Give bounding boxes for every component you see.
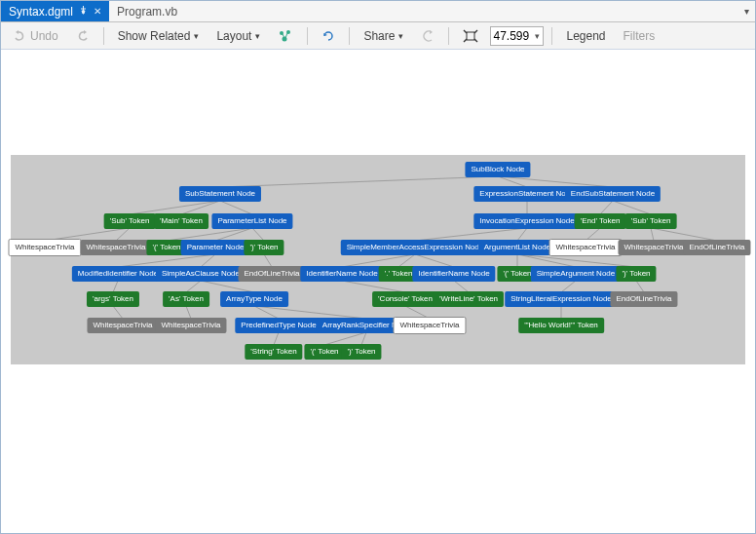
graph-node[interactable]: SimpleMemberAccessExpression Node: [341, 240, 490, 255]
back-arrow-icon: [421, 29, 435, 43]
graph-node[interactable]: 'Main' Token: [154, 213, 208, 229]
graph-node[interactable]: WhitespaceTrivia: [80, 240, 151, 255]
fit-icon: [463, 29, 478, 43]
graph-node[interactable]: 'Sub' Token: [625, 213, 677, 229]
graph-node[interactable]: ')' Token: [244, 240, 284, 255]
clusters-button[interactable]: [272, 26, 299, 46]
graph-node[interactable]: 'String' Token: [245, 344, 302, 360]
clusters-icon: [278, 29, 293, 43]
graph-node[interactable]: IdentifierName Node: [412, 266, 495, 282]
zoom-combo[interactable]: ▾: [490, 26, 544, 46]
graph-node[interactable]: InvocationExpression Node: [473, 213, 580, 229]
svg-line-7: [130, 201, 220, 214]
redo-button[interactable]: [70, 26, 95, 46]
svg-line-12: [613, 201, 651, 214]
graph-node[interactable]: EndOfLineTrivia: [238, 266, 305, 282]
undo-label: Undo: [30, 29, 58, 43]
chevron-down-icon: ▾: [194, 31, 199, 41]
graph-node[interactable]: SubStatement Node: [179, 186, 261, 202]
graph-node[interactable]: EndSubStatement Node: [565, 186, 661, 202]
tab-syntax-dgml[interactable]: Syntax.dgml ✕: [1, 1, 109, 21]
undo-icon: [13, 29, 26, 43]
graph-node[interactable]: ')' Token: [341, 344, 381, 360]
legend-label: Legend: [566, 29, 605, 43]
tab-label: Syntax.dgml: [9, 5, 73, 19]
graph-node[interactable]: WhitespaceTrivia: [8, 239, 81, 256]
graph-node[interactable]: SubBlock Node: [465, 162, 530, 177]
graph-node[interactable]: SimpleArgument Node: [531, 266, 621, 282]
graph-node[interactable]: 'Sub' Token: [104, 213, 156, 229]
graph-node[interactable]: WhitespaceTrivia: [87, 318, 158, 333]
share-label: Share: [363, 29, 395, 43]
chevron-down-icon: ▾: [255, 31, 260, 41]
graph-node[interactable]: ')' Token: [616, 266, 656, 282]
refresh-button[interactable]: [316, 26, 341, 46]
graph-node[interactable]: ModifiedIdentifier Node: [72, 266, 164, 282]
pin-icon[interactable]: [79, 6, 88, 17]
svg-line-9: [220, 201, 252, 214]
show-related-button[interactable]: Show Related ▾: [112, 26, 206, 46]
layout-label: Layout: [216, 29, 251, 43]
tab-strip: Syntax.dgml ✕ Program.vb ▾: [1, 1, 755, 22]
close-icon[interactable]: ✕: [94, 6, 101, 17]
svg-line-4: [220, 176, 498, 187]
svg-line-8: [181, 201, 220, 214]
tab-label: Program.vb: [117, 5, 177, 19]
svg-line-11: [600, 201, 613, 214]
svg-rect-3: [467, 32, 474, 40]
layout-button[interactable]: Layout ▾: [210, 26, 266, 46]
tab-overflow-dropdown[interactable]: ▾: [738, 6, 755, 17]
toolbar: Undo Show Related ▾ Layout ▾ Share ▾: [1, 22, 755, 50]
show-related-label: Show Related: [118, 29, 191, 43]
chevron-down-icon[interactable]: ▾: [532, 31, 543, 41]
graph-node[interactable]: 'WriteLine' Token: [434, 291, 504, 307]
graph-node[interactable]: 'Console' Token: [372, 291, 438, 307]
chevron-down-icon: ▾: [398, 31, 403, 41]
graph-node[interactable]: WhitespaceTrivia: [618, 240, 689, 255]
undo-button[interactable]: Undo: [7, 26, 64, 46]
refresh-icon: [321, 29, 335, 43]
graph-node[interactable]: EndOfLineTrivia: [610, 291, 677, 307]
graph-node[interactable]: SimpleAsClause Node: [156, 266, 246, 282]
redo-icon: [76, 29, 90, 43]
graph-node[interactable]: '"Hello World!"' Token: [518, 318, 604, 333]
back-button[interactable]: [415, 26, 440, 46]
graph-node[interactable]: '(' Token: [304, 344, 344, 360]
graph-node[interactable]: WhitespaceTrivia: [393, 317, 466, 334]
graph-node[interactable]: IdentifierName Node: [300, 266, 383, 282]
tab-program-vb[interactable]: Program.vb: [109, 1, 185, 21]
filters-button[interactable]: Filters: [618, 26, 662, 46]
graph-node[interactable]: ParameterList Node: [211, 213, 292, 229]
fit-to-screen-button[interactable]: [457, 26, 484, 46]
graph-node[interactable]: 'End' Token: [575, 213, 626, 229]
graph-node[interactable]: StringLiteralExpression Node: [505, 291, 618, 307]
graph-node[interactable]: ArgumentList Node: [478, 240, 556, 255]
graph-node[interactable]: ArrayType Node: [220, 291, 288, 307]
share-button[interactable]: Share ▾: [358, 26, 409, 46]
graph-node[interactable]: EndOfLineTrivia: [683, 240, 750, 255]
graph-node[interactable]: 'args' Token: [87, 291, 139, 307]
graph-node[interactable]: Parameter Node: [181, 240, 250, 255]
diagram-canvas[interactable]: SubBlock NodeSubStatement NodeExpression…: [1, 50, 755, 533]
legend-button[interactable]: Legend: [560, 26, 611, 46]
graph-node[interactable]: WhitespaceTrivia: [155, 318, 226, 333]
graph-node[interactable]: PredefinedType Node: [235, 318, 321, 333]
graph-node[interactable]: 'As' Token: [163, 291, 209, 307]
filters-label: Filters: [624, 29, 656, 43]
zoom-input[interactable]: [491, 29, 532, 43]
graph-node[interactable]: WhitespaceTrivia: [548, 239, 622, 256]
